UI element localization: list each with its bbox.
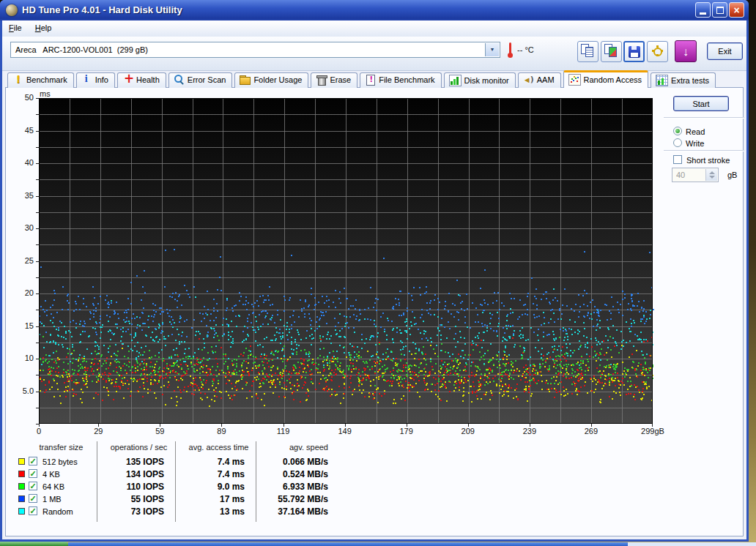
read-radio[interactable] <box>673 127 682 135</box>
speed-value: 0.524 MB/s <box>257 469 328 479</box>
tab-label: AAM <box>537 75 555 84</box>
iops-value: 135 IOPS <box>97 457 164 467</box>
column-divider <box>256 441 256 522</box>
tab-error-scan[interactable]: Error Scan <box>168 72 233 88</box>
legend-color-swatch <box>18 495 25 502</box>
x-axis-tick-label: 59 <box>144 427 176 435</box>
y-axis-tick-label: 5.0 <box>7 386 34 395</box>
access-time-value: 13 ms <box>177 506 245 517</box>
screenshot-icon <box>601 42 621 61</box>
tab-random-access[interactable]: Random Access <box>563 70 648 88</box>
tab-disk-monitor[interactable]: Disk monitor <box>444 72 516 88</box>
tab-benchmark[interactable]: Benchmark <box>7 72 74 88</box>
short-stroke-size-spinner[interactable]: 40 <box>672 168 719 182</box>
app-icon <box>6 4 18 16</box>
tab-file-benchmark[interactable]: File Benchmark <box>360 72 441 88</box>
tab-label: Random Access <box>584 75 642 84</box>
short-stroke-checkbox[interactable] <box>673 155 682 164</box>
y-axis-tick-label: 40 <box>7 158 34 167</box>
transfer-size-label: 512 bytes <box>42 457 78 466</box>
download-button[interactable]: ↓ <box>675 40 697 62</box>
start-button[interactable]: Start <box>673 96 729 111</box>
menu-help[interactable]: Help <box>29 20 59 37</box>
separator <box>664 150 744 152</box>
random-access-chart <box>36 96 656 427</box>
tab-erase[interactable]: Erase <box>311 72 357 88</box>
transfer-size-label: 4 KB <box>42 470 60 479</box>
table-header-2: avg. access time <box>180 443 257 452</box>
row-checkbox[interactable]: ✓ <box>29 469 37 478</box>
write-radio[interactable] <box>673 138 682 147</box>
random-access-icon <box>568 74 581 86</box>
minimize-icon <box>700 12 706 15</box>
table-header-3: agv. speed <box>255 443 328 452</box>
short-stroke-size-value: 40 <box>676 171 685 179</box>
separator <box>664 117 744 119</box>
disk-monitor-icon <box>449 75 462 86</box>
tab-strip: BenchmarkInfoHealthError ScanFolder Usag… <box>7 70 718 88</box>
row-checkbox[interactable]: ✓ <box>29 494 37 503</box>
read-radio-label: Read <box>686 127 705 136</box>
row-checkbox[interactable]: ✓ <box>29 482 37 490</box>
table-header-1: operations / sec <box>104 443 174 452</box>
tab-health[interactable]: Health <box>117 72 166 88</box>
legend-color-swatch <box>18 483 25 490</box>
x-axis-tick-label: 269 <box>575 427 607 435</box>
titlebar: HD Tune Pro 4.01 - Hard Disk Utility × <box>0 0 749 20</box>
tab-label: Info <box>95 75 108 84</box>
start-button-edge[interactable] <box>0 542 68 546</box>
close-button[interactable]: × <box>729 2 744 18</box>
restore-button[interactable] <box>712 2 727 18</box>
tab-info[interactable]: Info <box>76 72 115 88</box>
info-icon <box>81 75 92 85</box>
access-time-value: 9.0 ms <box>177 482 245 492</box>
legend-color-swatch <box>18 508 25 515</box>
minimize-button[interactable] <box>695 2 711 18</box>
y-axis-tick-label: 50 <box>7 93 34 102</box>
row-checkbox[interactable]: ✓ <box>29 457 37 465</box>
taskbar-strip[interactable] <box>68 542 628 546</box>
x-axis-tick-label: 239 <box>514 427 546 435</box>
thermometer-icon <box>507 42 514 59</box>
desktop-background: HD Tune Pro 4.01 - Hard Disk Utility × F… <box>0 0 756 546</box>
screenshot-button[interactable] <box>601 41 622 62</box>
row-checkbox[interactable]: ✓ <box>29 506 37 515</box>
save-button[interactable] <box>623 41 645 62</box>
temperature-readout: -- °C <box>517 45 534 54</box>
tab-page-random-access: ms 5045403530252015105.0 029598911914917… <box>5 87 744 536</box>
copy-button[interactable] <box>577 41 598 62</box>
aam-icon <box>523 75 534 85</box>
exit-button[interactable]: Exit <box>707 42 743 60</box>
iops-value: 134 IOPS <box>97 469 164 479</box>
menu-file[interactable]: File <box>2 20 29 37</box>
spinner-buttons[interactable] <box>705 169 717 181</box>
x-axis-tick-label: 179 <box>390 427 423 435</box>
chevron-down-icon[interactable]: ▼ <box>485 43 499 56</box>
tab-aam[interactable]: AAM <box>518 72 561 88</box>
speed-value: 0.066 MB/s <box>257 457 328 467</box>
speed-value: 6.933 MB/s <box>257 482 328 492</box>
drive-select[interactable]: Areca ARC-1200-VOL001 (299 gB) ▼ <box>10 42 500 58</box>
transfer-size-label: Random <box>42 507 73 516</box>
download-arrow-icon: ↓ <box>683 45 689 58</box>
iops-value: 110 IOPS <box>97 482 164 492</box>
y-axis-tick-label: 20 <box>7 288 34 297</box>
window-title: HD Tune Pro 4.01 - Hard Disk Utility <box>22 4 182 15</box>
menu-bar: FileHelp <box>2 20 746 37</box>
tab-folder-usage[interactable]: Folder Usage <box>234 72 308 88</box>
tab-label: Health <box>136 75 160 84</box>
options-button[interactable] <box>647 41 668 62</box>
x-axis-tick-label: 209 <box>452 427 484 435</box>
speed-value: 37.164 MB/s <box>257 506 328 517</box>
tab-label: Folder Usage <box>253 75 302 84</box>
legend-color-swatch <box>18 458 25 465</box>
x-axis-tick-label: 29 <box>82 427 114 435</box>
unit-label: gB <box>727 171 737 179</box>
x-axis-tick-label: 299gB <box>637 427 669 435</box>
iops-value: 73 IOPS <box>97 506 164 517</box>
y-axis-tick-label: 10 <box>7 354 34 362</box>
tab-extra-tests[interactable]: Extra tests <box>651 72 716 88</box>
column-divider <box>175 441 176 522</box>
tab-label: File Benchmark <box>379 75 434 84</box>
error-scan-icon <box>174 75 185 85</box>
